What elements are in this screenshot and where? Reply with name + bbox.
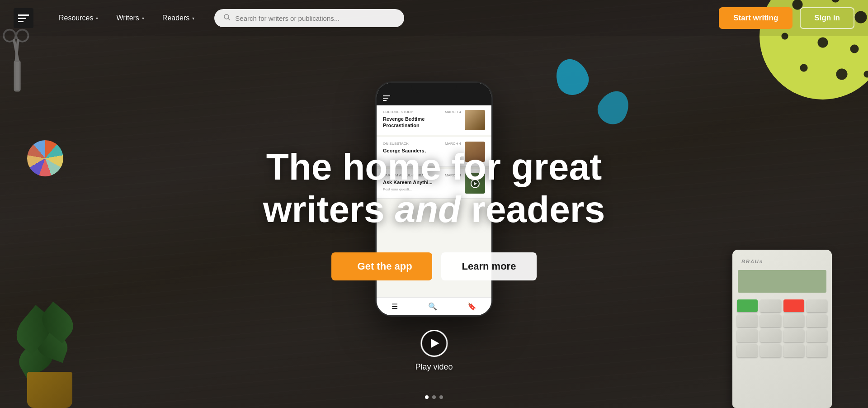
play-video-button[interactable]: [420, 330, 448, 357]
learn-more-button[interactable]: Learn more: [441, 252, 537, 280]
nav-writers[interactable]: Writers ▾: [109, 10, 151, 26]
hero-buttons: Get the app Learn more: [331, 252, 537, 280]
svg-line-6: [228, 19, 230, 20]
play-video-label: Play video: [415, 362, 453, 372]
nav-writers-label: Writers: [116, 14, 139, 22]
nav-right: Start writing Sign in: [719, 7, 854, 29]
learn-more-label: Learn more: [462, 261, 516, 272]
nav-resources[interactable]: Resources ▾: [52, 10, 105, 26]
start-writing-button[interactable]: Start writing: [719, 7, 793, 29]
nav-readers[interactable]: Readers ▾: [155, 10, 202, 26]
scroll-dot-3: [439, 395, 443, 399]
logo[interactable]: [14, 8, 33, 28]
search-bar[interactable]: [214, 9, 404, 27]
nav-readers-label: Readers: [162, 14, 189, 22]
nav-resources-label: Resources: [59, 14, 93, 22]
nav-links: Resources ▾ Writers ▾ Readers ▾: [52, 9, 719, 27]
scroll-dot-2: [432, 395, 436, 399]
logo-icon: [14, 8, 33, 28]
chevron-down-icon: ▾: [96, 16, 98, 21]
hero-title-line1: The home for great: [266, 146, 602, 187]
logo-line-2: [18, 18, 26, 19]
hero-title-writers: writers: [263, 189, 385, 230]
search-icon: [223, 14, 231, 23]
play-video-container: Play video: [415, 330, 453, 372]
hero-title-readers: readers: [471, 189, 605, 230]
search-input[interactable]: [235, 14, 395, 22]
scroll-dots: [425, 395, 443, 399]
navbar: Resources ▾ Writers ▾ Readers ▾ Start wr…: [0, 0, 868, 36]
sign-in-button[interactable]: Sign in: [800, 7, 854, 29]
hero-title: The home for great writers and readers: [263, 146, 605, 231]
chevron-down-icon: ▾: [192, 16, 194, 21]
scroll-dot-1: [425, 395, 429, 399]
logo-line-3: [18, 21, 24, 22]
chevron-down-icon: ▾: [142, 16, 144, 21]
logo-lines: [18, 14, 29, 22]
get-app-button[interactable]: Get the app: [331, 252, 432, 280]
play-triangle-icon: [431, 339, 439, 348]
logo-line-1: [18, 14, 29, 16]
hero-title-italic: and: [395, 189, 461, 230]
get-app-label: Get the app: [358, 261, 412, 272]
